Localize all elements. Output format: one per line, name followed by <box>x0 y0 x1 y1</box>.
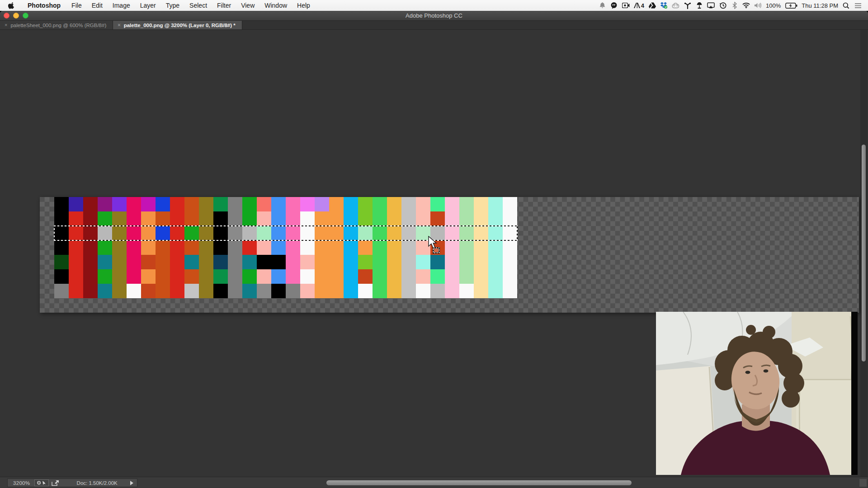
palette-pixel <box>474 255 488 269</box>
palette-pixel <box>156 269 170 284</box>
palette-pixel <box>271 197 286 211</box>
palette-pixel <box>387 284 401 298</box>
palette-pixel <box>286 197 300 211</box>
palette-pixel <box>503 255 517 269</box>
menu-item-filter[interactable]: Filter <box>212 0 236 11</box>
palette-pixel <box>430 284 445 298</box>
menu-item-image[interactable]: Image <box>108 0 135 11</box>
apple-menu-icon[interactable] <box>8 1 16 9</box>
google-drive-icon[interactable] <box>648 2 656 9</box>
palette-column-3 <box>83 197 98 298</box>
palette-pixel <box>445 284 459 298</box>
vertical-scrollbar-thumb[interactable] <box>862 145 866 361</box>
spotlight-icon[interactable] <box>842 2 850 9</box>
palette-pixel <box>69 284 83 298</box>
palette-pixel <box>98 255 112 269</box>
palette-pixel <box>373 240 387 255</box>
window-title-bar[interactable]: Adobe Photoshop CC <box>0 11 868 21</box>
palette-pixel <box>257 211 271 226</box>
palette-pixel <box>300 269 315 284</box>
notification-center-icon[interactable] <box>854 2 862 9</box>
palette-pixel <box>170 197 184 211</box>
bluetooth-icon[interactable] <box>731 2 738 9</box>
adobe-a4-icon[interactable]: 4 <box>634 2 644 9</box>
photoshop-window: Adobe Photoshop CC × paletteSheet_000.pn… <box>0 11 868 488</box>
palette-pixel <box>271 284 286 298</box>
menubar-clock[interactable]: Thu 11:28 PM <box>802 2 838 9</box>
battery-charging-icon[interactable] <box>785 2 797 9</box>
palette-pixel <box>416 255 430 269</box>
palette-pixel <box>315 211 329 226</box>
palette-pixel <box>257 269 271 284</box>
status-bar: 3200% Doc: 1.50K/2.00K <box>0 477 868 488</box>
branch-icon[interactable] <box>684 2 691 9</box>
palette-pixel <box>344 240 358 255</box>
volume-icon[interactable] <box>754 2 762 9</box>
resize-corner[interactable] <box>859 479 867 487</box>
document-canvas[interactable] <box>0 30 868 477</box>
screen-capture-icon[interactable] <box>622 2 630 9</box>
palette-pixel <box>242 197 257 211</box>
airplay-icon[interactable] <box>707 2 715 9</box>
palette-pixel <box>315 284 329 298</box>
menu-item-window[interactable]: Window <box>259 0 292 11</box>
close-window-button[interactable] <box>4 13 9 19</box>
menu-item-view[interactable]: View <box>236 0 259 11</box>
menu-item-edit[interactable]: Edit <box>87 0 108 11</box>
close-tab-icon[interactable]: × <box>5 23 7 28</box>
palette-pixel <box>242 211 257 226</box>
minimize-window-button[interactable] <box>13 13 19 19</box>
menu-item-file[interactable]: File <box>66 0 87 11</box>
palette-pixel <box>286 240 300 255</box>
palette-pixel <box>445 211 459 226</box>
menu-item-type[interactable]: Type <box>161 0 184 11</box>
palette-pixel <box>344 255 358 269</box>
palette-pixel <box>141 284 156 298</box>
status-flyout-arrow-icon[interactable] <box>130 481 133 485</box>
tab-palettesheet-000[interactable]: × paletteSheet_000.png @ 600% (RGB/8#) <box>0 21 113 29</box>
palette-pixel <box>271 269 286 284</box>
menu-item-select[interactable]: Select <box>184 0 212 11</box>
palette-pixel <box>401 240 416 255</box>
time-machine-icon[interactable] <box>719 2 726 9</box>
share-icon[interactable] <box>52 480 59 486</box>
palette-pixel <box>127 197 141 211</box>
palette-column-20 <box>329 197 344 298</box>
horizontal-scrollbar-thumb[interactable] <box>326 480 632 485</box>
wifi-icon[interactable] <box>742 2 750 9</box>
palette-pixel <box>170 284 184 298</box>
creative-cloud-icon[interactable] <box>672 2 679 9</box>
vertical-scrollbar[interactable] <box>860 30 868 477</box>
zoom-level-field[interactable]: 3200% <box>8 480 34 486</box>
palette-column-22 <box>358 197 373 298</box>
utility-lamp-icon[interactable] <box>695 2 703 9</box>
palette-image[interactable] <box>54 197 517 298</box>
palette-pixel <box>242 240 257 255</box>
palette-pixel <box>69 240 83 255</box>
tab-palette-000[interactable]: × palette_000.png @ 3200% (Layer 0, RGB/… <box>113 21 242 29</box>
palette-pixel <box>83 255 98 269</box>
palette-column-19 <box>315 197 329 298</box>
zoom-window-button[interactable] <box>23 13 28 19</box>
chat-icon[interactable] <box>610 2 618 9</box>
palette-pixel <box>358 269 373 284</box>
doc-size-label[interactable]: Doc: 1.50K/2.00K <box>64 480 130 486</box>
dropbox-icon[interactable] <box>660 2 668 9</box>
palette-pixel <box>98 284 112 298</box>
webcam-overlay <box>656 312 858 475</box>
palette-pixel <box>315 240 329 255</box>
palette-pixel <box>141 269 156 284</box>
menu-item-help[interactable]: Help <box>292 0 315 11</box>
menu-item-photoshop[interactable]: Photoshop <box>23 0 66 11</box>
notification-bell-icon[interactable] <box>599 2 606 9</box>
palette-pixel <box>127 211 141 226</box>
palette-column-17 <box>286 197 300 298</box>
close-tab-icon[interactable]: × <box>118 23 120 28</box>
palette-column-29 <box>459 197 474 298</box>
status-tools-button[interactable] <box>34 479 49 486</box>
palette-pixel <box>257 255 271 269</box>
palette-pixel <box>156 240 170 255</box>
palette-pixel <box>474 269 488 284</box>
menu-item-layer[interactable]: Layer <box>135 0 161 11</box>
palette-pixel <box>83 240 98 255</box>
